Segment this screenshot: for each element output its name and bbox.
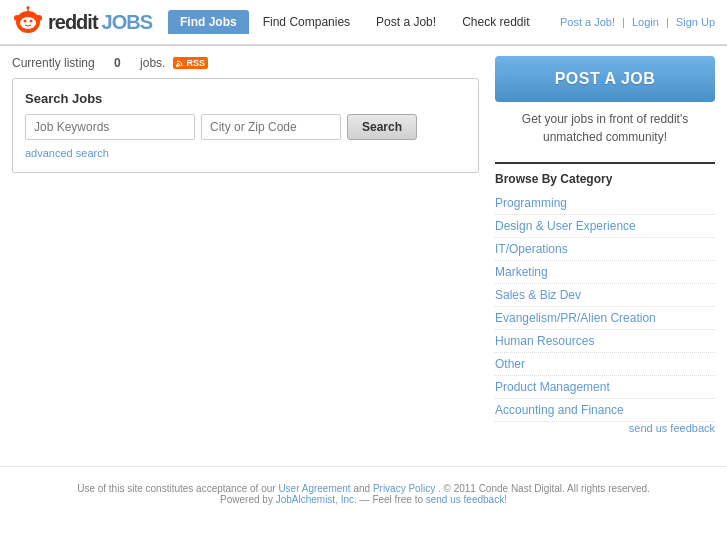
snoo-icon [12,6,44,38]
svg-point-4 [24,20,27,23]
send-feedback-link[interactable]: send us feedback [629,422,715,434]
nav-tabs: Find Jobs Find Companies Post a Job! Che… [168,10,541,34]
listing-text: Currently listing [12,56,95,70]
post-job-button[interactable]: POST A JOB [495,56,715,102]
category-link[interactable]: Design & User Experience [495,215,715,238]
footer-line1: Use of this site constitutes acceptance … [12,483,715,494]
tab-find-jobs[interactable]: Find Jobs [168,10,249,34]
header-left: redditJOBS Find Jobs Find Companies Post… [12,6,542,38]
post-job-link[interactable]: Post a Job! [560,16,615,28]
search-box: Search Jobs Search advanced search [12,78,479,173]
rss-label: RSS [186,58,205,68]
svg-point-5 [30,20,33,23]
login-link[interactable]: Login [632,16,659,28]
category-link[interactable]: Marketing [495,261,715,284]
header: redditJOBS Find Jobs Find Companies Post… [0,0,727,45]
keywords-input[interactable] [25,114,195,140]
listing-number: 0 [114,56,121,70]
footer-feedback-link[interactable]: send us feedback [426,494,504,505]
category-link[interactable]: Sales & Biz Dev [495,284,715,307]
tab-find-companies[interactable]: Find Companies [251,10,362,34]
header-right: Post a Job! | Login | Sign Up [560,16,715,28]
category-link[interactable]: Product Management [495,376,715,399]
signup-link[interactable]: Sign Up [676,16,715,28]
browse-category-section: Browse By Category ProgrammingDesign & U… [495,162,715,422]
tab-post-job[interactable]: Post a Job! [364,10,448,34]
search-inputs: Search [25,114,466,140]
svg-point-8 [176,64,179,67]
browse-category-title: Browse By Category [495,172,715,186]
main-content: Currently listing 0 jobs. RSS Search Job… [0,46,727,446]
right-column: POST A JOB Get your jobs in front of red… [495,56,715,436]
job-alchemist-link[interactable]: JobAlchemist, Inc. [276,494,357,505]
advanced-search-link[interactable]: advanced search [25,147,109,159]
rss-badge[interactable]: RSS [173,57,208,69]
logo-jobs-text: JOBS [102,11,152,34]
svg-point-7 [27,6,30,9]
svg-point-3 [20,17,36,29]
category-list: ProgrammingDesign & User ExperienceIT/Op… [495,192,715,422]
search-button[interactable]: Search [347,114,417,140]
category-link[interactable]: Evangelism/PR/Alien Creation [495,307,715,330]
tagline-line1: Get your jobs in front of reddit's [522,112,688,126]
svg-point-1 [14,15,20,21]
left-column: Currently listing 0 jobs. RSS Search Job… [12,56,479,436]
post-job-tagline: Get your jobs in front of reddit's unmat… [495,110,715,146]
rss-icon [176,59,184,67]
category-link[interactable]: Human Resources [495,330,715,353]
logo-area: redditJOBS [12,6,152,38]
user-agreement-link[interactable]: User Agreement [278,483,350,494]
tab-check-reddit[interactable]: Check reddit [450,10,541,34]
category-link[interactable]: Other [495,353,715,376]
send-feedback-top: send us feedback [495,422,715,434]
location-input[interactable] [201,114,341,140]
footer-line2: Powered by JobAlchemist, Inc. — Feel fre… [12,494,715,505]
svg-point-2 [36,15,42,21]
tagline-line2: unmatched community! [543,130,667,144]
privacy-policy-link[interactable]: Privacy Policy [373,483,435,494]
category-link[interactable]: Programming [495,192,715,215]
category-link[interactable]: Accounting and Finance [495,399,715,422]
logo-reddit-text: reddit [48,11,98,34]
footer: Use of this site constitutes acceptance … [0,466,727,515]
search-box-title: Search Jobs [25,91,466,106]
category-link[interactable]: IT/Operations [495,238,715,261]
listing-suffix: jobs. [140,56,165,70]
listing-count: Currently listing 0 jobs. RSS [12,56,479,70]
